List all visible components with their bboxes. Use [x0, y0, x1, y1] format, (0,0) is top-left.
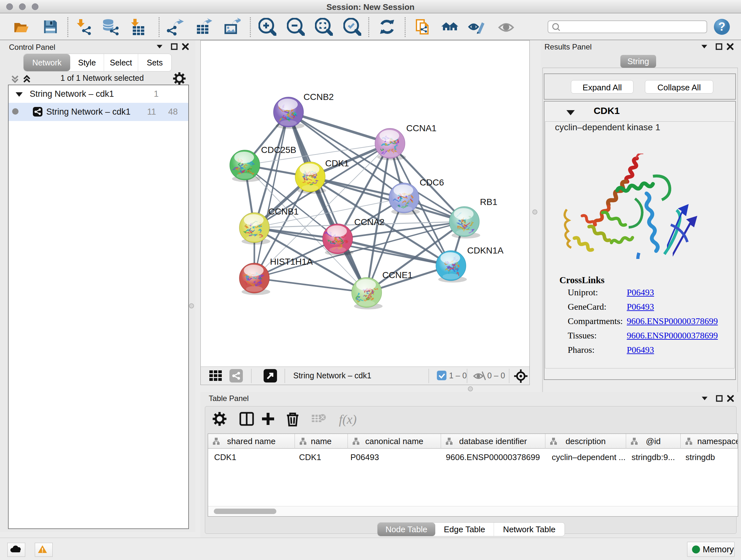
svg-text:CCNA2: CCNA2 [354, 217, 385, 227]
svg-text:RB1: RB1 [480, 197, 497, 207]
svg-text:CCNE1: CCNE1 [382, 270, 413, 280]
svg-text:CDK1: CDK1 [325, 159, 349, 168]
svg-text:?: ? [718, 20, 725, 33]
svg-text:CCNA1: CCNA1 [406, 123, 436, 133]
svg-text:CDKN1A: CDKN1A [467, 246, 503, 255]
svg-text:CCNB2: CCNB2 [304, 92, 334, 102]
svg-text:CCNB1: CCNB1 [268, 206, 299, 216]
svg-text:f(x): f(x) [339, 412, 357, 427]
svg-text:CDC25B: CDC25B [261, 145, 296, 155]
svg-text:HIST1H1A: HIST1H1A [270, 257, 313, 266]
svg-text:CDC6: CDC6 [420, 178, 444, 187]
